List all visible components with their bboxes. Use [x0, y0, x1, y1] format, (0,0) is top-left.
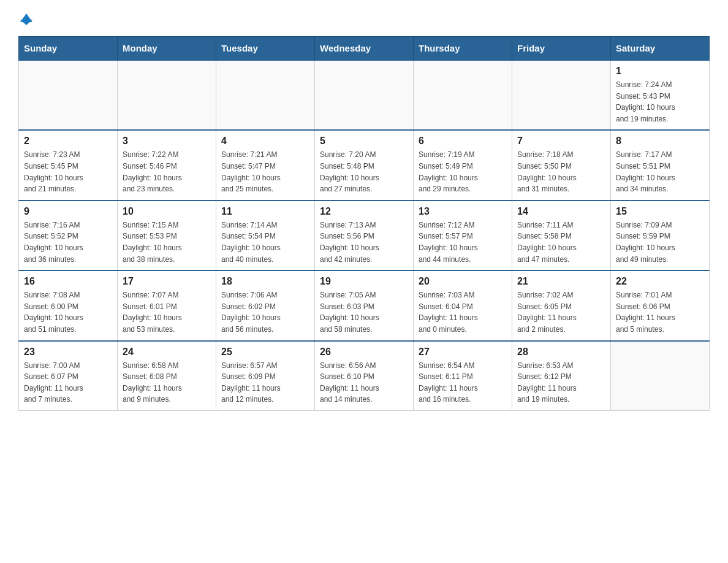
calendar-week-row: 23Sunrise: 7:00 AM Sunset: 6:07 PM Dayli…	[19, 341, 710, 411]
day-info: Sunrise: 7:01 AM Sunset: 6:06 PM Dayligh…	[616, 289, 704, 335]
day-number: 5	[320, 136, 408, 147]
day-info: Sunrise: 6:54 AM Sunset: 6:11 PM Dayligh…	[419, 360, 507, 405]
day-info: Sunrise: 7:13 AM Sunset: 5:56 PM Dayligh…	[320, 220, 408, 265]
day-number: 8	[616, 136, 704, 147]
day-number: 16	[24, 276, 112, 287]
day-number: 7	[517, 136, 605, 147]
day-number: 19	[320, 276, 408, 287]
day-info: Sunrise: 7:20 AM Sunset: 5:48 PM Dayligh…	[320, 149, 408, 194]
day-number: 24	[123, 347, 211, 358]
day-number: 13	[419, 206, 507, 217]
calendar-cell	[414, 60, 512, 130]
day-of-week-header: Sunday	[19, 37, 118, 61]
day-info: Sunrise: 7:16 AM Sunset: 5:52 PM Dayligh…	[24, 220, 112, 265]
day-number: 27	[419, 347, 507, 358]
day-number: 22	[616, 276, 704, 287]
calendar-cell	[315, 60, 414, 130]
calendar-cell: 26Sunrise: 6:56 AM Sunset: 6:10 PM Dayli…	[315, 341, 414, 411]
day-number: 2	[24, 136, 112, 147]
calendar-week-row: 16Sunrise: 7:08 AM Sunset: 6:00 PM Dayli…	[19, 270, 710, 340]
day-number: 1	[616, 66, 704, 77]
day-info: Sunrise: 6:57 AM Sunset: 6:09 PM Dayligh…	[221, 360, 309, 405]
calendar-cell: 25Sunrise: 6:57 AM Sunset: 6:09 PM Dayli…	[216, 341, 315, 411]
day-info: Sunrise: 7:07 AM Sunset: 6:01 PM Dayligh…	[123, 289, 211, 335]
calendar-cell: 21Sunrise: 7:02 AM Sunset: 6:05 PM Dayli…	[512, 270, 611, 340]
calendar-cell: 2Sunrise: 7:23 AM Sunset: 5:45 PM Daylig…	[19, 130, 118, 200]
day-info: Sunrise: 7:03 AM Sunset: 6:04 PM Dayligh…	[419, 289, 507, 335]
day-of-week-header: Saturday	[611, 37, 710, 61]
logo	[18, 12, 32, 24]
day-of-week-header: Monday	[118, 37, 216, 61]
calendar-cell: 13Sunrise: 7:12 AM Sunset: 5:57 PM Dayli…	[414, 201, 512, 270]
day-number: 25	[221, 347, 309, 358]
calendar-cell: 22Sunrise: 7:01 AM Sunset: 6:06 PM Dayli…	[611, 270, 710, 340]
calendar-header-row: SundayMondayTuesdayWednesdayThursdayFrid…	[19, 37, 710, 61]
calendar-cell: 27Sunrise: 6:54 AM Sunset: 6:11 PM Dayli…	[414, 341, 512, 411]
day-of-week-header: Thursday	[414, 37, 512, 61]
calendar-week-row: 2Sunrise: 7:23 AM Sunset: 5:45 PM Daylig…	[19, 130, 710, 200]
day-info: Sunrise: 7:17 AM Sunset: 5:51 PM Dayligh…	[616, 149, 704, 194]
calendar-cell: 8Sunrise: 7:17 AM Sunset: 5:51 PM Daylig…	[611, 130, 710, 200]
calendar-cell: 9Sunrise: 7:16 AM Sunset: 5:52 PM Daylig…	[19, 201, 118, 270]
day-info: Sunrise: 7:12 AM Sunset: 5:57 PM Dayligh…	[419, 220, 507, 265]
calendar-cell	[118, 60, 216, 130]
day-info: Sunrise: 7:06 AM Sunset: 6:02 PM Dayligh…	[221, 289, 309, 335]
day-info: Sunrise: 7:15 AM Sunset: 5:53 PM Dayligh…	[123, 220, 211, 265]
calendar-cell: 23Sunrise: 7:00 AM Sunset: 6:07 PM Dayli…	[19, 341, 118, 411]
day-of-week-header: Wednesday	[315, 37, 414, 61]
day-info: Sunrise: 7:11 AM Sunset: 5:58 PM Dayligh…	[517, 220, 605, 265]
calendar-cell: 6Sunrise: 7:19 AM Sunset: 5:49 PM Daylig…	[414, 130, 512, 200]
calendar-cell: 1Sunrise: 7:24 AM Sunset: 5:43 PM Daylig…	[611, 60, 710, 130]
calendar-cell: 28Sunrise: 6:53 AM Sunset: 6:12 PM Dayli…	[512, 341, 611, 411]
calendar-cell: 19Sunrise: 7:05 AM Sunset: 6:03 PM Dayli…	[315, 270, 414, 340]
calendar-cell	[19, 60, 118, 130]
day-number: 18	[221, 276, 309, 287]
day-info: Sunrise: 7:23 AM Sunset: 5:45 PM Dayligh…	[24, 149, 112, 194]
day-info: Sunrise: 7:18 AM Sunset: 5:50 PM Dayligh…	[517, 149, 605, 194]
calendar-cell: 11Sunrise: 7:14 AM Sunset: 5:54 PM Dayli…	[216, 201, 315, 270]
day-info: Sunrise: 7:22 AM Sunset: 5:46 PM Dayligh…	[123, 149, 211, 194]
calendar-week-row: 9Sunrise: 7:16 AM Sunset: 5:52 PM Daylig…	[19, 201, 710, 270]
calendar-cell: 4Sunrise: 7:21 AM Sunset: 5:47 PM Daylig…	[216, 130, 315, 200]
calendar-cell: 10Sunrise: 7:15 AM Sunset: 5:53 PM Dayli…	[118, 201, 216, 270]
calendar-cell: 5Sunrise: 7:20 AM Sunset: 5:48 PM Daylig…	[315, 130, 414, 200]
calendar-cell: 24Sunrise: 6:58 AM Sunset: 6:08 PM Dayli…	[118, 341, 216, 411]
day-number: 20	[419, 276, 507, 287]
page-header	[18, 12, 710, 24]
day-info: Sunrise: 7:09 AM Sunset: 5:59 PM Dayligh…	[616, 220, 704, 265]
day-number: 12	[320, 206, 408, 217]
day-number: 28	[517, 347, 605, 358]
day-number: 9	[24, 206, 112, 217]
day-info: Sunrise: 7:05 AM Sunset: 6:03 PM Dayligh…	[320, 289, 408, 335]
calendar-cell: 3Sunrise: 7:22 AM Sunset: 5:46 PM Daylig…	[118, 130, 216, 200]
day-of-week-header: Friday	[512, 37, 611, 61]
day-info: Sunrise: 6:56 AM Sunset: 6:10 PM Dayligh…	[320, 360, 408, 405]
day-info: Sunrise: 7:08 AM Sunset: 6:00 PM Dayligh…	[24, 289, 112, 335]
day-number: 26	[320, 347, 408, 358]
day-number: 14	[517, 206, 605, 217]
day-number: 17	[123, 276, 211, 287]
calendar-cell: 12Sunrise: 7:13 AM Sunset: 5:56 PM Dayli…	[315, 201, 414, 270]
calendar-cell	[512, 60, 611, 130]
calendar-cell: 16Sunrise: 7:08 AM Sunset: 6:00 PM Dayli…	[19, 270, 118, 340]
calendar-cell: 7Sunrise: 7:18 AM Sunset: 5:50 PM Daylig…	[512, 130, 611, 200]
calendar-cell	[611, 341, 710, 411]
day-info: Sunrise: 7:24 AM Sunset: 5:43 PM Dayligh…	[616, 79, 704, 124]
day-number: 6	[419, 136, 507, 147]
calendar-table: SundayMondayTuesdayWednesdayThursdayFrid…	[18, 36, 710, 411]
calendar-week-row: 1Sunrise: 7:24 AM Sunset: 5:43 PM Daylig…	[19, 60, 710, 130]
day-number: 4	[221, 136, 309, 147]
calendar-cell: 20Sunrise: 7:03 AM Sunset: 6:04 PM Dayli…	[414, 270, 512, 340]
calendar-cell: 18Sunrise: 7:06 AM Sunset: 6:02 PM Dayli…	[216, 270, 315, 340]
day-info: Sunrise: 7:14 AM Sunset: 5:54 PM Dayligh…	[221, 220, 309, 265]
calendar-cell: 14Sunrise: 7:11 AM Sunset: 5:58 PM Dayli…	[512, 201, 611, 270]
day-number: 15	[616, 206, 704, 217]
day-info: Sunrise: 6:58 AM Sunset: 6:08 PM Dayligh…	[123, 360, 211, 405]
day-info: Sunrise: 6:53 AM Sunset: 6:12 PM Dayligh…	[517, 360, 605, 405]
day-info: Sunrise: 7:00 AM Sunset: 6:07 PM Dayligh…	[24, 360, 112, 405]
day-info: Sunrise: 7:21 AM Sunset: 5:47 PM Dayligh…	[221, 149, 309, 194]
day-number: 11	[221, 206, 309, 217]
day-number: 3	[123, 136, 211, 147]
calendar-cell: 15Sunrise: 7:09 AM Sunset: 5:59 PM Dayli…	[611, 201, 710, 270]
day-of-week-header: Tuesday	[216, 37, 315, 61]
